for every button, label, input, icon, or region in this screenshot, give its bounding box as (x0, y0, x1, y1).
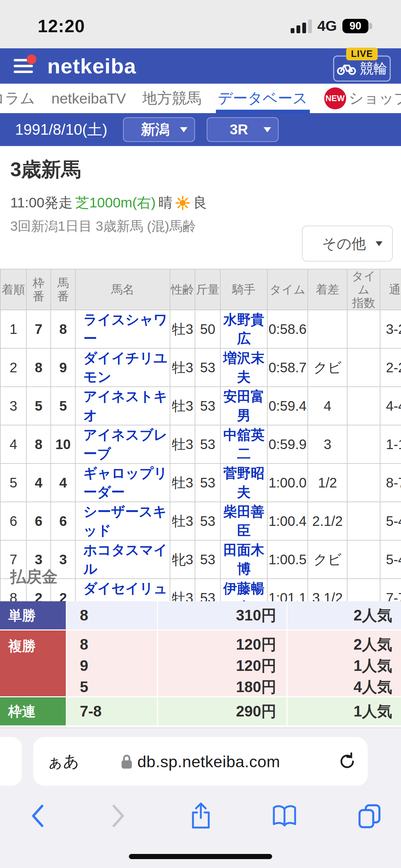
netkeiba-logo[interactable]: netkeiba (47, 54, 136, 78)
cell-time: 0:59.9 (267, 425, 308, 463)
caret-down-icon (180, 127, 187, 132)
cell-idx (347, 425, 380, 463)
cell-frame: 4 (26, 463, 51, 502)
tabs-button[interactable] (349, 795, 390, 836)
signal-strength-icon (291, 19, 312, 33)
other-menu-button[interactable]: その他 (302, 226, 393, 262)
cell-pos: 3 (0, 387, 26, 425)
cell-margin (308, 310, 347, 348)
column-header: 斤量 (195, 269, 220, 310)
column-header: タイム 指数 (347, 269, 380, 310)
reader-options-button[interactable]: ぁあ (47, 737, 79, 786)
cell-idx (347, 463, 380, 502)
network-type: 4G (317, 17, 337, 34)
cell-name[interactable]: ギャロップリーダー (75, 463, 170, 502)
cell-frame: 7 (26, 310, 51, 348)
bookmarks-button[interactable] (264, 795, 305, 836)
cell-margin: 4 (308, 387, 347, 425)
race-date: 1991/8/10(土) (15, 120, 107, 140)
cell-idx (347, 540, 380, 579)
share-button[interactable] (180, 795, 221, 836)
cell-idx (347, 310, 380, 348)
reload-button[interactable] (339, 737, 355, 786)
cell-pos: 4 (0, 425, 26, 463)
keirin-live-button[interactable]: LIVE 競輪 (333, 56, 391, 82)
cell-jockey[interactable]: 増沢末夫 (220, 348, 267, 387)
start-time: 11:00発走 (10, 193, 73, 212)
url-bar[interactable]: ぁあ db.sp.netkeiba.com (33, 737, 368, 786)
cell-pos: 2 (0, 348, 26, 387)
column-header: 性齢 (170, 269, 195, 310)
home-indicator[interactable] (129, 854, 272, 859)
cell-margin: 1/2 (308, 463, 347, 502)
nav-item-local-racing[interactable]: 地方競馬 (143, 84, 202, 113)
cell-name[interactable]: アイネストキオ (75, 387, 170, 425)
venue-select[interactable]: 新潟 (123, 117, 195, 142)
payout-pop-column: 2人気 (287, 601, 401, 629)
payout-pop-column: 2人気1人気4人気 (287, 630, 401, 696)
cell-idx (347, 502, 380, 540)
race-number-select[interactable]: 3R (207, 117, 279, 142)
payout-row-tansho: 単勝8310円2人気 (0, 601, 401, 629)
bicycle-icon (337, 61, 356, 76)
payout-bet-type: 単勝 (0, 601, 66, 629)
cell-frame: 8 (26, 425, 51, 463)
adjacent-tab-edge[interactable] (0, 737, 22, 786)
ios-status-bar: 12:20 4G 90 (0, 0, 401, 48)
cell-idx (347, 348, 380, 387)
result-row: 666シーザースキッド牡353柴田善臣1:00.42.1/25-4 (0, 502, 401, 540)
cell-name[interactable]: ホコタスマイル (75, 540, 170, 579)
cell-jockey[interactable]: 水野貴広 (220, 310, 267, 348)
payout-bet-type: 複勝 (0, 630, 66, 696)
back-button[interactable] (17, 795, 58, 836)
cell-jockey[interactable]: 菅野昭夫 (220, 463, 267, 502)
cell-jockey[interactable]: 柴田善臣 (220, 502, 267, 540)
app-header: netkeiba LIVE 競輪 (0, 48, 401, 84)
cell-name[interactable]: アイネスブレーブ (75, 425, 170, 463)
cell-jockey[interactable]: 田面木博 (220, 540, 267, 579)
cell-weight: 53 (195, 425, 220, 463)
cell-frame: 5 (26, 387, 51, 425)
battery-percentage: 90 (342, 19, 368, 33)
caret-down-icon (376, 241, 382, 246)
payout-row-fukusho: 複勝895120円120円180円2人気1人気4人気 (0, 629, 401, 696)
cell-horse_no: 6 (51, 502, 75, 540)
cell-weight: 53 (195, 502, 220, 540)
nav-item-netkeibatv[interactable]: netkeibaTV (51, 84, 126, 113)
cell-time: 1:00.4 (267, 502, 308, 540)
cell-horse_no: 4 (51, 463, 75, 502)
nav-item-column[interactable]: コラム (0, 84, 35, 113)
race-header: 3歳新馬 11:00発走 芝1000m(右) 晴 良 3回新潟1日目 3歳新馬 … (10, 156, 207, 236)
payout-row-wakuren: 枠連7-8290円1人気 (0, 696, 401, 725)
cell-name[interactable]: ダイイチリユモン (75, 348, 170, 387)
new-badge: NEW (324, 87, 346, 109)
column-header: 着差 (308, 269, 347, 310)
cell-frame: 8 (26, 348, 51, 387)
caret-down-icon (264, 127, 271, 132)
cell-jockey[interactable]: 安田富男 (220, 387, 267, 425)
content-sheet: 3歳新馬 11:00発走 芝1000m(右) 晴 良 3回新潟1日目 3歳新馬 … (0, 146, 401, 727)
cell-margin: クビ (308, 348, 347, 387)
nav-item-database[interactable]: データベース (218, 84, 308, 113)
payout-table: 単勝8310円2人気複勝895120円120円180円2人気1人気4人気枠連7-… (0, 601, 401, 725)
cell-name[interactable]: シーザースキッド (75, 502, 170, 540)
lock-icon (121, 754, 133, 769)
live-badge: LIVE (346, 48, 378, 60)
menu-icon[interactable] (14, 58, 34, 74)
result-row: 4810アイネスブレーブ牡353中舘英二0:59.931-1 (0, 425, 401, 463)
race-title: 3歳新馬 (10, 156, 207, 183)
netkeiba-race-result-page: 12:20 4G 90 netkeiba LIVE 競輪 コラムnetkeiba… (0, 0, 401, 868)
result-row: 355アイネストキオ牡353安田富男0:59.444-4 (0, 387, 401, 425)
result-row: 289ダイイチリユモン牡353増沢末夫0:58.7クビ2-2 (0, 348, 401, 387)
cell-weight: 53 (195, 348, 220, 387)
cell-passing: 5-4 (380, 502, 401, 540)
payout-num-column: 8 (66, 601, 157, 629)
forward-button[interactable] (98, 795, 139, 836)
cell-passing: 4-4 (380, 387, 401, 425)
cell-margin: 3 (308, 425, 347, 463)
cell-sex_age: 牡3 (170, 348, 195, 387)
cell-name[interactable]: ライスシャワー (75, 310, 170, 348)
cell-jockey[interactable]: 中舘英二 (220, 425, 267, 463)
payout-num-column: 895 (66, 630, 157, 696)
nav-item-shop[interactable]: NEWショップ (324, 84, 401, 113)
